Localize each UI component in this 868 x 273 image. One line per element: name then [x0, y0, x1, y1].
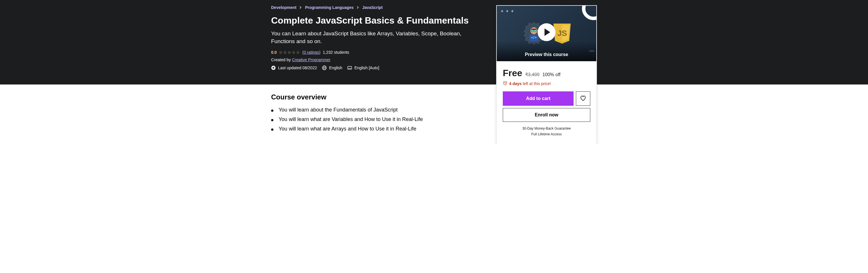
list-item: You will learn what are Variables and Ho… [271, 116, 472, 123]
badge-icon: ! [271, 66, 276, 70]
price-free: Free [503, 68, 522, 78]
urgency-days: 4 days [509, 81, 522, 86]
course-title: Complete JavaScript Basics & Fundamental… [271, 15, 472, 26]
students-count: 1,232 students [323, 50, 349, 55]
alarm-icon [503, 81, 507, 86]
chevron-right-icon [299, 6, 302, 9]
course-subtitle: You can Learn about JavaScript Basics li… [271, 30, 472, 45]
play-button-icon [537, 23, 555, 41]
svg-point-10 [531, 30, 534, 32]
svg-line-16 [505, 83, 506, 84]
urgency-notice: 4 days left at this price! [503, 81, 590, 86]
rating-row: 0.0 ☆ ☆ ☆ ☆ ☆ (0 ratings) 1,232 students [271, 50, 472, 55]
list-item: You will learn about the Fundamentals of… [271, 107, 472, 113]
ring-decoration [582, 5, 597, 20]
star-icon: ☆ [287, 50, 291, 55]
captions-text: English [Auto] [354, 66, 379, 70]
lifetime-access-text: Full Lifetime Access [503, 132, 590, 136]
preview-video[interactable]: + + + </> [496, 5, 597, 62]
price-original: ₹3,499 [525, 72, 539, 77]
overview-title: Course overview [271, 93, 472, 101]
bullet-icon [271, 129, 273, 131]
breadcrumb-proglang[interactable]: Programming Languages [305, 5, 354, 10]
overview-list: You will learn about the Fundamentals of… [271, 107, 472, 132]
star-icon: ☆ [283, 50, 287, 55]
created-by-prefix: Created by [271, 58, 292, 62]
overview-item-text: You will learn about the Fundamentals of… [279, 107, 398, 113]
dots-decoration: + + + [501, 9, 514, 14]
last-updated-text: Last updated 08/2022 [278, 66, 317, 70]
price-row: Free ₹3,499 100% off [503, 68, 590, 78]
preview-label: Preview this course [497, 52, 596, 57]
svg-line-18 [506, 81, 507, 82]
list-item: You will learn what are Arrays and How t… [271, 126, 472, 132]
breadcrumb-development[interactable]: Development [271, 5, 297, 10]
created-by: Created by Creative Programmer [271, 58, 472, 62]
meta-last-updated: ! Last updated 08/2022 [271, 66, 317, 70]
star-icon: ☆ [296, 50, 300, 55]
globe-icon [322, 66, 327, 70]
rating-value: 0.0 [271, 50, 277, 55]
svg-rect-6 [348, 68, 349, 69]
urgency-text: left at this price! [522, 81, 551, 86]
svg-rect-7 [350, 68, 351, 69]
svg-text:JS: JS [557, 29, 567, 38]
rating-stars: ☆ ☆ ☆ ☆ ☆ [279, 50, 300, 55]
svg-text:</>: </> [531, 36, 537, 39]
overview-item-text: You will learn what are Arrays and How t… [279, 126, 416, 132]
svg-line-17 [503, 81, 504, 82]
svg-point-11 [534, 30, 536, 32]
overview-item-text: You will learn what are Variables and Ho… [279, 116, 423, 123]
price-discount: 100% off [542, 72, 561, 77]
svg-rect-5 [348, 66, 352, 69]
meta-language: English [322, 66, 342, 70]
star-icon: ☆ [279, 50, 283, 55]
captions-icon [347, 66, 352, 70]
star-icon: ☆ [292, 50, 296, 55]
meta-captions: English [Auto] [347, 66, 379, 70]
bullet-icon [271, 119, 273, 121]
ratings-link[interactable]: (0 ratings) [302, 50, 320, 55]
breadcrumb: Development Programming Languages JavaSc… [271, 5, 472, 10]
meta-row: ! Last updated 08/2022 English English [… [271, 66, 472, 70]
chevron-right-icon [356, 6, 360, 9]
bullet-icon [271, 109, 273, 112]
creator-link[interactable]: Creative Programmer [292, 58, 331, 62]
language-text: English [329, 66, 342, 70]
breadcrumb-javascript[interactable]: JavaScript [362, 5, 383, 10]
